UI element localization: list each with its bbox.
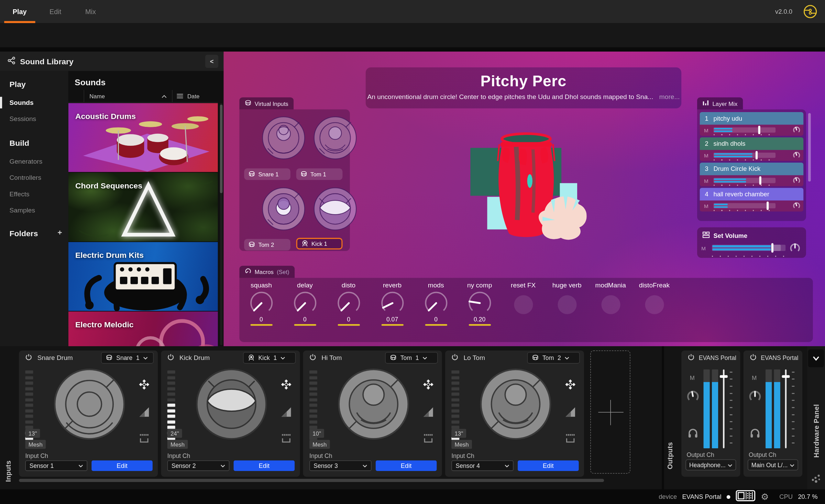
macro-trigger-button[interactable]	[645, 295, 664, 314]
kick-pad-visualization[interactable]	[195, 367, 268, 441]
macro-trigger-button[interactable]	[558, 295, 576, 314]
fader-handle[interactable]	[759, 176, 761, 185]
layer-2-name-bar[interactable]: 2 sindh dhols	[700, 137, 804, 150]
channel-select-kick[interactable]: Kick 1	[243, 352, 296, 364]
layer-2-volume-slider[interactable]	[714, 153, 776, 158]
tab-edit[interactable]: Edit	[50, 0, 61, 23]
nav-item-samples[interactable]: Samples	[10, 207, 68, 214]
output-fader[interactable]	[785, 369, 787, 448]
mute-button[interactable]: M	[704, 127, 708, 133]
macro-knob[interactable]	[247, 289, 276, 317]
mute-button[interactable]: M	[704, 153, 708, 158]
volume-triangle-icon[interactable]	[139, 406, 150, 420]
pan-knob[interactable]	[792, 201, 801, 212]
volume-triangle-icon[interactable]	[564, 406, 576, 420]
power-icon[interactable]	[167, 353, 174, 363]
mute-button[interactable]: M	[701, 245, 706, 251]
inputs-horizontal-scrollbar[interactable]	[19, 479, 604, 482]
nav-item-sessions[interactable]: Sessions	[10, 115, 68, 122]
brush-icon[interactable]	[280, 432, 292, 446]
sound-item-chord-sequences[interactable]: Chord Sequences	[68, 173, 218, 242]
fader-handle[interactable]	[771, 243, 773, 253]
macro-knob[interactable]	[291, 289, 319, 317]
layer-3-name-bar[interactable]: 3 Drum Circle Kick	[700, 163, 804, 175]
macro-trigger-button[interactable]	[601, 295, 620, 314]
sensor-select-1[interactable]: Sensor 1	[25, 460, 87, 471]
layer-4-name-bar[interactable]: 4 hall reverb chamber	[700, 188, 804, 200]
virtual-input-label-tom-1[interactable]: Tom 1	[296, 168, 343, 180]
sensor-select-3[interactable]: Sensor 3	[309, 460, 372, 471]
virtual-pad-snare-1[interactable]	[261, 115, 306, 161]
edit-button[interactable]: Edit	[91, 460, 153, 471]
brush-icon[interactable]	[139, 432, 150, 446]
pan-knob[interactable]	[748, 390, 762, 405]
channel-select-hi-tom[interactable]: Tom 1	[385, 352, 438, 364]
mute-button[interactable]: M	[704, 178, 708, 184]
edit-button[interactable]: Edit	[234, 460, 295, 471]
set-volume-slider[interactable]	[712, 245, 785, 251]
mute-button[interactable]: M	[752, 375, 757, 381]
power-icon[interactable]	[451, 353, 458, 363]
pan-knob[interactable]	[686, 390, 700, 405]
virtual-input-label-kick-1[interactable]: Kick 1	[296, 238, 343, 250]
sidebar-collapse-button[interactable]: <	[205, 55, 218, 68]
pan-knob[interactable]	[792, 176, 801, 187]
layer-4-volume-slider[interactable]	[714, 203, 776, 208]
pan-knob[interactable]	[792, 126, 801, 136]
mute-button[interactable]: M	[704, 203, 708, 209]
nav-item-generators[interactable]: Generators	[10, 158, 68, 165]
power-icon[interactable]	[309, 353, 316, 363]
fader-handle[interactable]	[767, 201, 769, 210]
channel-select-lo-tom[interactable]: Tom 2	[527, 352, 580, 364]
fader-handle[interactable]	[758, 126, 760, 134]
headphone-icon[interactable]	[749, 427, 761, 441]
sensor-select-2[interactable]: Sensor 2	[167, 460, 230, 471]
pan-knob[interactable]	[789, 242, 801, 256]
nav-item-effects[interactable]: Effects	[10, 190, 68, 198]
device-icon[interactable]	[736, 490, 756, 504]
nav-item-sounds[interactable]: Sounds	[10, 99, 68, 106]
channel-select-snare[interactable]: Snare 1	[101, 352, 154, 364]
macro-knob[interactable]	[334, 289, 363, 317]
sounds-scrollbar[interactable]	[220, 105, 223, 193]
sort-by-date[interactable]: Date	[173, 90, 218, 102]
sound-item-electro-melodic[interactable]: Electro Melodic	[68, 311, 218, 346]
diamond-cluster-icon[interactable]	[138, 379, 151, 394]
power-icon[interactable]	[688, 353, 695, 363]
sound-item-electric-drum-kits[interactable]: Electric Drum Kits	[68, 242, 218, 311]
snare-pad-visualization[interactable]	[53, 367, 126, 441]
sort-by-name[interactable]: Name	[84, 90, 173, 102]
macro-knob[interactable]	[378, 289, 407, 317]
add-input-slot[interactable]	[590, 350, 630, 473]
virtual-input-label-tom-2[interactable]: Tom 2	[244, 239, 290, 251]
layer-mix-scrollbar[interactable]	[808, 113, 811, 182]
power-icon[interactable]	[750, 353, 757, 363]
virtual-input-label-snare-1[interactable]: Snare 1	[244, 168, 290, 180]
edit-button[interactable]: Edit	[376, 460, 437, 471]
output-channel-select[interactable]: Main Out L/...	[748, 459, 798, 470]
virtual-pad-kick-1[interactable]	[312, 186, 358, 232]
add-folder-button[interactable]: +	[57, 228, 62, 237]
brush-icon[interactable]	[564, 432, 576, 446]
headphone-icon[interactable]	[687, 427, 699, 441]
fader-handle[interactable]	[720, 375, 728, 378]
pan-knob[interactable]	[792, 151, 801, 162]
diamond-cluster-icon[interactable]	[564, 379, 577, 394]
diamond-cluster-icon[interactable]	[422, 379, 435, 394]
layer-1-volume-slider[interactable]	[714, 127, 776, 132]
volume-triangle-icon[interactable]	[422, 406, 434, 420]
brush-icon[interactable]	[422, 432, 434, 446]
output-channel-select[interactable]: Headphone...	[685, 459, 736, 470]
macro-knob[interactable]	[422, 289, 450, 317]
sensor-select-4[interactable]: Sensor 4	[451, 460, 514, 471]
fader-handle[interactable]	[782, 375, 790, 378]
macro-knob[interactable]	[465, 289, 494, 317]
output-fader[interactable]	[723, 369, 725, 448]
virtual-pad-tom-1[interactable]	[312, 115, 358, 161]
mute-button[interactable]: M	[690, 375, 695, 381]
diamond-cluster-icon[interactable]	[280, 379, 293, 394]
power-icon[interactable]	[25, 353, 32, 363]
more-link[interactable]: more...	[659, 93, 680, 100]
tab-mix[interactable]: Mix	[85, 0, 96, 23]
virtual-pad-tom-2[interactable]	[261, 186, 306, 232]
